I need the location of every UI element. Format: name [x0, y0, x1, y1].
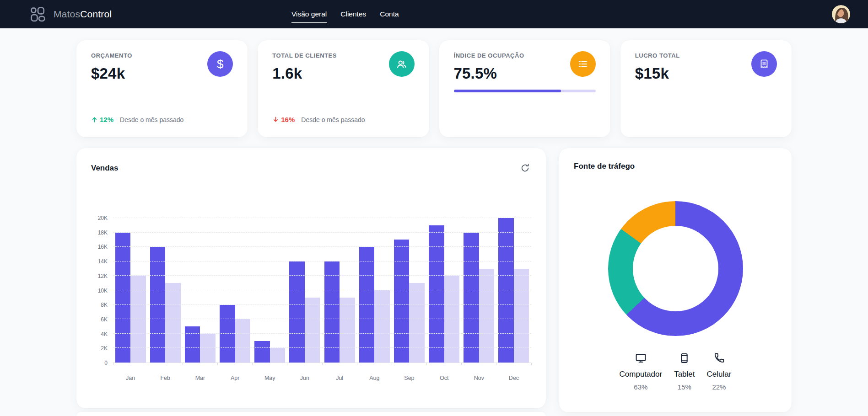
y-tick-label: 10K: [98, 288, 108, 294]
nav-item-clientes[interactable]: Clientes: [340, 10, 366, 18]
trend-up-value: 12%: [91, 116, 113, 123]
dashboard-page: MatosControl Visão geral Clientes Conta: [0, 0, 868, 416]
bar: [235, 319, 251, 363]
traffic-title: Fonte de tráfego: [574, 162, 635, 171]
stat-label: ORÇAMENTO: [91, 52, 132, 59]
x-tick-label: Jun: [287, 375, 322, 381]
dollar-icon: $: [207, 51, 233, 77]
bar: [464, 233, 479, 363]
trend-down-value: 16%: [272, 116, 295, 123]
sales-title: Vendas: [91, 164, 119, 173]
x-tick-label: Mar: [183, 375, 217, 381]
main-nav: Visão geral Clientes Conta: [291, 0, 399, 28]
y-tick-label: 6K: [101, 316, 108, 323]
x-tick-label: Feb: [148, 375, 183, 381]
stat-card-lucro-total: LUCRO TOTAL $15k: [620, 40, 792, 137]
bar-group-apr: [218, 218, 253, 363]
main-row: Vendas 02K4K6K8K10K12K14K16K18K20K: [76, 148, 792, 412]
gridline: [113, 290, 531, 290]
axis-tick: [287, 363, 287, 365]
next-card-peek: [76, 412, 546, 416]
nav-item-visao-geral[interactable]: Visão geral: [291, 10, 327, 23]
sales-bar-chart: 02K4K6K8K10K12K14K16K18K20K JanFebMarApr…: [91, 218, 531, 381]
gridline: [113, 304, 531, 305]
x-tick-label: Oct: [427, 375, 462, 381]
bar-group-feb: [148, 218, 183, 363]
stat-card-indice-ocupacao: ÍNDICE DE OCUPAÇÃO 75.5%: [439, 40, 610, 137]
bar: [305, 298, 320, 363]
stat-label: ÍNDICE DE OCUPAÇÃO: [454, 52, 524, 59]
legend-item-tablet: Tablet 15%: [674, 352, 695, 391]
bar: [254, 341, 270, 363]
occupancy-progress-fill: [454, 90, 561, 92]
user-avatar[interactable]: [832, 5, 850, 23]
trend-caption: Desde o mês passado: [120, 116, 183, 123]
axis-tick: [496, 363, 496, 365]
receipt-icon: [751, 51, 777, 77]
axis-tick: [357, 363, 357, 365]
bar: [200, 334, 216, 363]
x-tick-label: May: [253, 375, 287, 381]
axis-tick: [461, 363, 462, 365]
desktop-icon: [635, 352, 647, 364]
stat-label: LUCRO TOTAL: [635, 52, 680, 59]
y-tick-label: 18K: [98, 229, 108, 236]
axis-tick: [113, 363, 113, 365]
bar-group-sep: [392, 218, 426, 363]
axis-tick: [531, 363, 532, 365]
axis-tick: [322, 363, 323, 365]
x-tick-label: Aug: [357, 375, 392, 381]
bar: [165, 283, 181, 363]
sales-y-axis: 02K4K6K8K10K12K14K16K18K20K: [91, 218, 113, 363]
stat-value: $24k: [91, 65, 132, 82]
bar: [374, 290, 390, 363]
gridline: [113, 347, 531, 348]
gridline: [113, 218, 531, 218]
phone-icon: [713, 352, 725, 364]
sales-card: Vendas 02K4K6K8K10K12K14K16K18K20K: [76, 148, 546, 408]
x-tick-label: Jan: [113, 375, 148, 381]
bar: [185, 326, 200, 363]
bar: [479, 269, 495, 363]
top-navbar: MatosControl Visão geral Clientes Conta: [0, 0, 868, 28]
x-tick-label: Sep: [392, 375, 426, 381]
legend-item-celular: Celular 22%: [707, 352, 732, 391]
traffic-card: Fonte de tráfego Computador 63%: [559, 148, 792, 412]
legend-item-computador: Computador 63%: [620, 352, 663, 391]
bar: [270, 348, 286, 363]
y-tick-label: 0: [104, 360, 108, 366]
y-tick-label: 4K: [101, 331, 108, 337]
users-icon: [389, 51, 415, 77]
bar: [498, 218, 514, 363]
axis-tick: [426, 363, 427, 365]
y-tick-label: 12K: [98, 273, 108, 279]
bar: [514, 269, 529, 363]
bar-group-mar: [183, 218, 217, 363]
bar-group-oct: [427, 218, 462, 363]
tablet-icon: [678, 352, 690, 364]
gridline: [113, 275, 531, 276]
traffic-donut-chart: [608, 201, 743, 336]
x-tick-label: Dec: [496, 375, 531, 381]
axis-tick: [252, 363, 253, 365]
bar: [429, 225, 444, 363]
refresh-button[interactable]: [519, 162, 531, 174]
bar-group-nov: [462, 218, 496, 363]
y-tick-label: 14K: [98, 258, 108, 265]
axis-tick: [392, 363, 392, 365]
refresh-icon: [520, 163, 530, 173]
stat-value: 1.6k: [272, 65, 337, 82]
logo-grid-icon: [30, 6, 46, 22]
bar: [340, 298, 355, 363]
nav-item-conta[interactable]: Conta: [380, 10, 399, 18]
stat-value: $15k: [635, 65, 680, 82]
bar-group-may: [253, 218, 287, 363]
gridline: [113, 261, 531, 261]
brand-logo[interactable]: MatosControl: [30, 6, 112, 22]
trend-caption: Desde o mês passado: [301, 116, 365, 123]
x-tick-label: Jul: [322, 375, 357, 381]
y-tick-label: 2K: [101, 345, 108, 352]
sales-bars: [113, 218, 531, 363]
bar: [130, 276, 146, 363]
bar-group-jan: [113, 218, 148, 363]
